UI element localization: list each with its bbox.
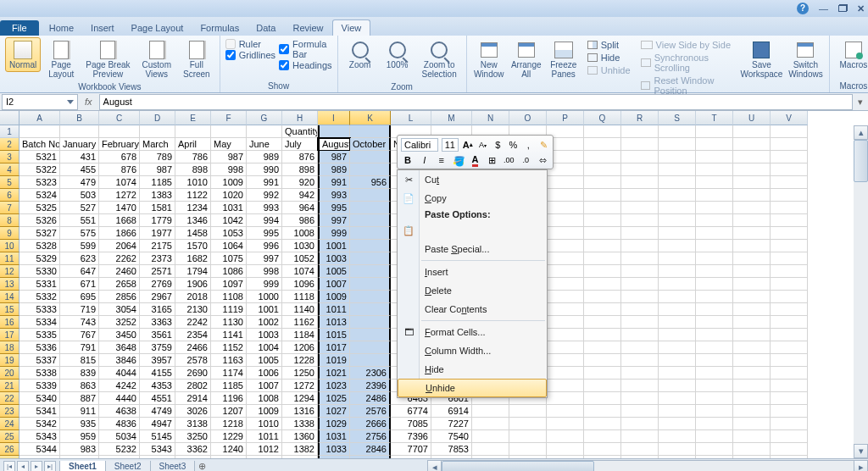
cell[interactable] bbox=[584, 125, 621, 138]
zoom-button[interactable]: Zoom bbox=[343, 37, 377, 72]
cell[interactable] bbox=[621, 392, 659, 405]
row-header-24[interactable]: 24 bbox=[0, 418, 19, 430]
cell[interactable] bbox=[733, 291, 771, 303]
tab-nav-last[interactable]: ▸| bbox=[44, 461, 56, 472]
cell[interactable] bbox=[621, 189, 659, 202]
cell[interactable] bbox=[696, 392, 733, 405]
row-header-17[interactable]: 17 bbox=[0, 329, 19, 341]
cell[interactable]: 1007 bbox=[318, 278, 350, 291]
cell[interactable] bbox=[350, 214, 391, 227]
cell[interactable] bbox=[350, 189, 391, 202]
cell[interactable]: 983 bbox=[60, 443, 99, 456]
cell[interactable] bbox=[621, 418, 659, 430]
tab-nav-first[interactable]: |◂ bbox=[3, 461, 15, 472]
menu-column-width[interactable]: Column Width... bbox=[398, 341, 547, 360]
cell[interactable]: 4638 bbox=[99, 405, 140, 418]
cell[interactable]: 5321 bbox=[19, 151, 60, 163]
cell[interactable]: 2262 bbox=[99, 252, 140, 265]
ruler-checkbox[interactable]: Ruler bbox=[225, 39, 275, 49]
cell[interactable]: 887 bbox=[60, 392, 99, 405]
cell[interactable]: January bbox=[60, 138, 99, 151]
sheet-tab-3[interactable]: Sheet3 bbox=[150, 461, 196, 472]
cell[interactable]: 876 bbox=[282, 151, 318, 163]
cell[interactable] bbox=[350, 202, 391, 214]
cell[interactable] bbox=[621, 151, 659, 163]
cell[interactable]: 1033 bbox=[318, 443, 350, 456]
cell[interactable] bbox=[659, 202, 696, 214]
cell[interactable]: 1162 bbox=[282, 316, 318, 329]
cell[interactable] bbox=[771, 265, 808, 278]
cell[interactable]: 791 bbox=[60, 341, 99, 354]
cell[interactable]: 1382 bbox=[282, 443, 318, 456]
cell[interactable]: 6914 bbox=[431, 405, 472, 418]
cell[interactable] bbox=[771, 291, 808, 303]
cell[interactable] bbox=[350, 151, 391, 163]
cell[interactable] bbox=[771, 138, 808, 151]
cell[interactable]: 1383 bbox=[140, 189, 175, 202]
cell[interactable]: August bbox=[318, 138, 350, 151]
row-header-21[interactable]: 21 bbox=[0, 380, 19, 392]
zoom-100-button[interactable]: 100% bbox=[381, 37, 415, 72]
col-header-N[interactable]: N bbox=[472, 111, 509, 125]
cell[interactable]: 1015 bbox=[318, 329, 350, 341]
cell[interactable] bbox=[659, 354, 696, 367]
cell[interactable] bbox=[584, 380, 621, 392]
cell[interactable]: 5343 bbox=[19, 430, 60, 443]
cell[interactable]: 2756 bbox=[350, 430, 391, 443]
cell[interactable]: 1228 bbox=[282, 354, 318, 367]
cell[interactable]: 4440 bbox=[99, 392, 140, 405]
cell[interactable] bbox=[771, 367, 808, 380]
cell[interactable]: 1010 bbox=[175, 176, 211, 189]
cell[interactable] bbox=[584, 367, 621, 380]
cell[interactable] bbox=[696, 265, 733, 278]
cell[interactable]: 5332 bbox=[19, 291, 60, 303]
cell[interactable] bbox=[350, 329, 391, 341]
cell[interactable]: 4749 bbox=[140, 405, 175, 418]
cell[interactable] bbox=[696, 214, 733, 227]
cell[interactable]: 719 bbox=[60, 303, 99, 316]
cell[interactable]: 4947 bbox=[140, 418, 175, 430]
col-header-M[interactable]: M bbox=[431, 111, 472, 125]
cell[interactable]: 623 bbox=[60, 252, 99, 265]
cell[interactable]: 2130 bbox=[175, 303, 211, 316]
scroll-up-button[interactable]: ▴ bbox=[854, 125, 868, 140]
cell[interactable] bbox=[733, 443, 771, 456]
formula-input[interactable]: August bbox=[99, 94, 853, 110]
cell[interactable]: 999 bbox=[318, 227, 350, 240]
cell[interactable] bbox=[547, 176, 584, 189]
cell[interactable]: 1031 bbox=[318, 430, 350, 443]
cell[interactable]: 1006 bbox=[247, 367, 282, 380]
col-header-T[interactable]: T bbox=[696, 111, 733, 125]
cell[interactable] bbox=[733, 316, 771, 329]
cell[interactable]: 1029 bbox=[318, 418, 350, 430]
cell[interactable]: 2578 bbox=[175, 354, 211, 367]
cell[interactable] bbox=[659, 125, 696, 138]
cell[interactable]: 995 bbox=[247, 227, 282, 240]
cell[interactable]: 1794 bbox=[175, 265, 211, 278]
col-header-V[interactable]: V bbox=[771, 111, 808, 125]
cell[interactable]: 5333 bbox=[19, 303, 60, 316]
cell[interactable] bbox=[247, 125, 282, 138]
cell[interactable]: 5330 bbox=[19, 265, 60, 278]
cell[interactable]: 1174 bbox=[211, 367, 247, 380]
cell[interactable]: 898 bbox=[282, 163, 318, 176]
cell[interactable] bbox=[547, 341, 584, 354]
cell[interactable] bbox=[350, 125, 391, 138]
cell[interactable]: 839 bbox=[60, 367, 99, 380]
cell[interactable]: 575 bbox=[60, 227, 99, 240]
cell[interactable] bbox=[659, 163, 696, 176]
cell[interactable] bbox=[584, 392, 621, 405]
cell[interactable] bbox=[771, 316, 808, 329]
cell[interactable]: 1096 bbox=[282, 278, 318, 291]
format-painter-button[interactable]: ✎ bbox=[537, 138, 549, 152]
cell[interactable]: 5327 bbox=[19, 227, 60, 240]
cell[interactable]: 1272 bbox=[99, 189, 140, 202]
cell[interactable]: 999 bbox=[247, 278, 282, 291]
cell[interactable]: 1011 bbox=[318, 303, 350, 316]
vertical-scrollbar[interactable]: ▴ ▾ bbox=[854, 125, 868, 458]
cell[interactable]: 1086 bbox=[211, 265, 247, 278]
cell[interactable] bbox=[472, 443, 509, 456]
row-header-3[interactable]: 3 bbox=[0, 151, 19, 163]
cell[interactable] bbox=[659, 405, 696, 418]
cell[interactable] bbox=[659, 316, 696, 329]
